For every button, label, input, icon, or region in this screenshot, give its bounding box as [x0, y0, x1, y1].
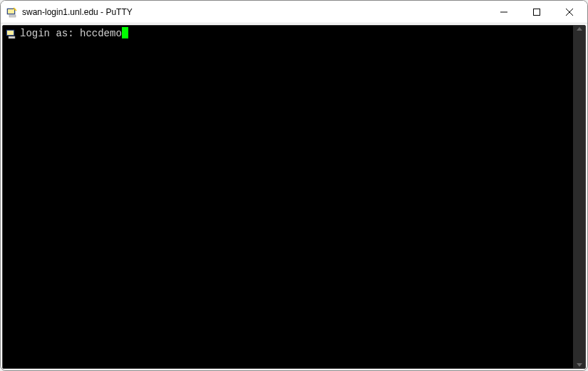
close-button[interactable] — [553, 1, 586, 23]
window-controls — [488, 1, 586, 23]
svg-rect-1 — [8, 9, 14, 14]
svg-rect-10 — [9, 36, 15, 38]
terminal-content[interactable]: login as: hccdemo — [3, 26, 573, 368]
svg-rect-5 — [534, 9, 540, 15]
minimize-button[interactable] — [488, 1, 520, 23]
terminal-cursor — [122, 27, 128, 38]
login-prompt: login as: — [20, 27, 80, 40]
svg-rect-9 — [7, 31, 14, 35]
vertical-scrollbar[interactable] — [573, 26, 585, 368]
maximize-button[interactable] — [520, 1, 553, 23]
window-title: swan-login1.unl.edu - PuTTY — [22, 7, 488, 17]
putty-icon — [6, 6, 18, 18]
putty-window: swan-login1.unl.edu - PuTTY l — [0, 0, 588, 371]
svg-rect-2 — [9, 15, 16, 17]
security-icon — [6, 28, 17, 39]
titlebar[interactable]: swan-login1.unl.edu - PuTTY — [1, 1, 587, 23]
user-input: hccdemo — [80, 27, 122, 40]
scroll-up-icon[interactable] — [577, 27, 582, 31]
scroll-down-icon[interactable] — [577, 363, 582, 367]
prompt-line: login as: hccdemo — [20, 27, 128, 40]
terminal-area: login as: hccdemo — [2, 25, 586, 369]
